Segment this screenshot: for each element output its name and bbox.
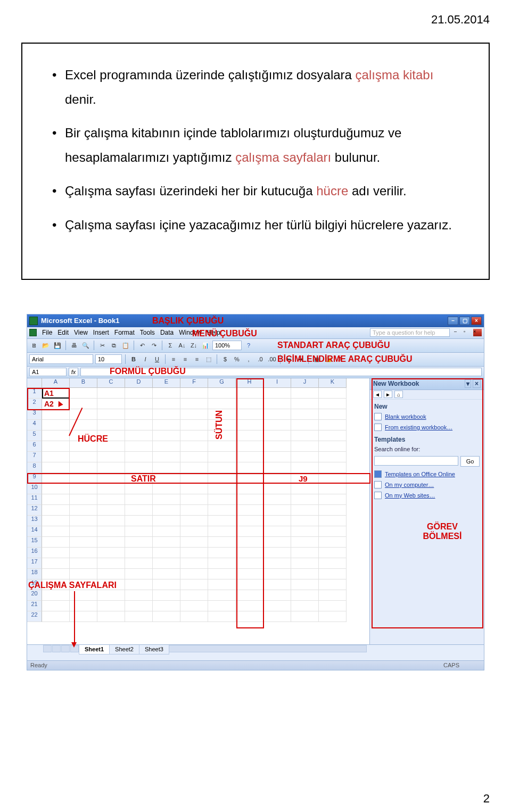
cell-J6[interactable]: [291, 441, 319, 452]
cell-H11[interactable]: [236, 494, 263, 505]
cell-H1[interactable]: [236, 388, 263, 399]
cell-E20[interactable]: [153, 590, 180, 601]
row-6[interactable]: 6: [27, 441, 42, 452]
cell-H4[interactable]: [236, 420, 263, 430]
cell-E12[interactable]: [153, 505, 180, 516]
cell-J22[interactable]: [291, 611, 319, 622]
cell-J3[interactable]: [291, 409, 319, 420]
cell-A16[interactable]: [42, 548, 70, 558]
cell-I18[interactable]: [263, 569, 291, 579]
row-4[interactable]: 4: [27, 420, 42, 430]
menu-insert[interactable]: Insert: [93, 329, 109, 336]
cell-J7[interactable]: [291, 452, 319, 462]
col-C[interactable]: C: [97, 378, 125, 388]
cell-E22[interactable]: [153, 611, 180, 622]
cell-K15[interactable]: [319, 537, 347, 548]
taskpane-back-icon[interactable]: ◄: [373, 391, 382, 398]
cell-I6[interactable]: [263, 441, 291, 452]
row-2[interactable]: 2: [27, 399, 42, 409]
save-icon[interactable]: 💾: [53, 341, 62, 350]
italic-icon[interactable]: I: [141, 354, 150, 364]
workbook-restore-button[interactable]: ▫: [464, 329, 472, 336]
cell-I8[interactable]: [263, 462, 291, 473]
row-12[interactable]: 12: [27, 505, 42, 516]
cell-F9[interactable]: [180, 473, 208, 484]
cell-A22[interactable]: [42, 611, 70, 622]
cell-B9[interactable]: [70, 473, 97, 484]
taskpane-close-icon[interactable]: ×: [473, 379, 481, 388]
cell-G17[interactable]: [208, 558, 236, 569]
cell-G11[interactable]: [208, 494, 236, 505]
cell-I3[interactable]: [263, 409, 291, 420]
row-11[interactable]: 11: [27, 494, 42, 505]
col-G[interactable]: G: [208, 378, 236, 388]
menu-view[interactable]: View: [74, 329, 88, 336]
cell-D16[interactable]: [125, 548, 153, 558]
cell-B17[interactable]: [70, 558, 97, 569]
cell-J11[interactable]: [291, 494, 319, 505]
cell-F14[interactable]: [180, 526, 208, 537]
cell-A17[interactable]: [42, 558, 70, 569]
cell-H8[interactable]: [236, 462, 263, 473]
cell-D7[interactable]: [125, 452, 153, 462]
tab-nav-prev-icon[interactable]: [52, 645, 61, 652]
cell-F4[interactable]: [180, 420, 208, 430]
cell-I16[interactable]: [263, 548, 291, 558]
cell-A20[interactable]: [42, 590, 70, 601]
cell-E14[interactable]: [153, 526, 180, 537]
cell-F21[interactable]: [180, 601, 208, 611]
cell-G15[interactable]: [208, 537, 236, 548]
cell-C17[interactable]: [97, 558, 125, 569]
col-J[interactable]: J: [291, 378, 319, 388]
cell-D10[interactable]: [125, 484, 153, 494]
cell-E19[interactable]: [153, 579, 180, 590]
cell-C7[interactable]: [97, 452, 125, 462]
cell-H18[interactable]: [236, 569, 263, 579]
cell-F17[interactable]: [180, 558, 208, 569]
align-right-icon[interactable]: ≡: [192, 354, 202, 364]
cell-C8[interactable]: [97, 462, 125, 473]
cell-E6[interactable]: [153, 441, 180, 452]
cell-D18[interactable]: [125, 569, 153, 579]
cell-G6[interactable]: [208, 441, 236, 452]
maximize-button[interactable]: ▢: [459, 317, 470, 325]
cell-D11[interactable]: [125, 494, 153, 505]
cell-F13[interactable]: [180, 516, 208, 526]
cell-K4[interactable]: [319, 420, 347, 430]
percent-icon[interactable]: %: [232, 354, 242, 364]
cell-K13[interactable]: [319, 516, 347, 526]
cell-G19[interactable]: [208, 579, 236, 590]
cell-K17[interactable]: [319, 558, 347, 569]
tp-from-existing[interactable]: From existing workbook…: [370, 422, 484, 433]
cell-G13[interactable]: [208, 516, 236, 526]
cell-K18[interactable]: [319, 569, 347, 579]
cell-E17[interactable]: [153, 558, 180, 569]
cell-F8[interactable]: [180, 462, 208, 473]
cell-H9[interactable]: [236, 473, 263, 484]
cell-G7[interactable]: [208, 452, 236, 462]
cell-K1[interactable]: [319, 388, 347, 399]
row-14[interactable]: 14: [27, 526, 42, 537]
zoom-box[interactable]: 100%: [212, 341, 242, 350]
cell-E13[interactable]: [153, 516, 180, 526]
cell-I7[interactable]: [263, 452, 291, 462]
sort-desc-icon[interactable]: Z↓: [189, 341, 199, 350]
row-20[interactable]: 20: [27, 590, 42, 601]
cell-H19[interactable]: [236, 579, 263, 590]
cell-J16[interactable]: [291, 548, 319, 558]
row-16[interactable]: 16: [27, 548, 42, 558]
cell-B3[interactable]: [70, 409, 97, 420]
chart-wizard-icon[interactable]: 📊: [201, 341, 210, 350]
cell-E9[interactable]: [153, 473, 180, 484]
row-10[interactable]: 10: [27, 484, 42, 494]
cell-H5[interactable]: [236, 430, 263, 441]
menu-edit[interactable]: Edit: [57, 329, 69, 336]
workbook-close-button[interactable]: ×: [473, 329, 482, 336]
cell-J19[interactable]: [291, 579, 319, 590]
cell-B2[interactable]: [70, 399, 97, 409]
cell-I9[interactable]: [263, 473, 291, 484]
cell-G1[interactable]: [208, 388, 236, 399]
cell-B8[interactable]: [70, 462, 97, 473]
cell-I14[interactable]: [263, 526, 291, 537]
cell-J15[interactable]: [291, 537, 319, 548]
